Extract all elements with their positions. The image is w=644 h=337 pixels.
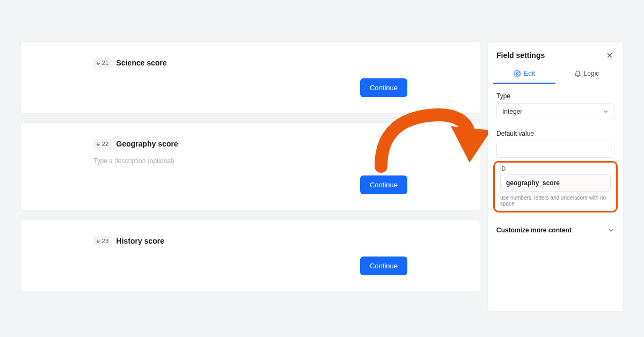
field-number-badge: # 23 — [93, 236, 112, 246]
continue-button[interactable]: Continue — [360, 175, 407, 194]
close-button[interactable] — [605, 50, 614, 60]
tab-edit-label: Edit — [524, 70, 535, 77]
continue-button[interactable]: Continue — [360, 257, 407, 275]
field-title: Geography score — [116, 140, 178, 148]
gear-icon — [514, 70, 521, 77]
tab-logic[interactable]: Logic — [555, 65, 618, 84]
default-value-input[interactable] — [496, 141, 614, 158]
id-input[interactable] — [500, 174, 611, 192]
id-label: ID — [500, 166, 611, 172]
bell-icon — [574, 70, 581, 77]
field-description-placeholder[interactable]: Type a description (optional) — [37, 157, 464, 165]
form-card: # 21 Science score Continue — [21, 42, 480, 113]
id-hint: use numbers, letters and underscore with… — [500, 195, 611, 207]
tab-logic-label: Logic — [584, 70, 599, 77]
svg-point-3 — [516, 72, 518, 75]
panel-title: Field settings — [496, 51, 545, 60]
form-card: # 22 Geography score Type a description … — [21, 123, 480, 210]
accordion-label: Customize more content — [496, 226, 572, 234]
field-number-badge: # 22 — [93, 139, 112, 149]
customize-more-accordion[interactable]: Customize more content — [488, 219, 623, 241]
field-number-badge: # 21 — [93, 58, 112, 68]
type-select[interactable]: Integer — [496, 103, 614, 120]
form-card: # 23 History score Continue — [21, 220, 480, 291]
continue-button[interactable]: Continue — [360, 78, 407, 97]
close-icon — [606, 52, 613, 59]
default-value-label: Default value — [496, 130, 614, 137]
id-section-highlight: ID use numbers, letters and underscore w… — [493, 161, 618, 213]
field-title: Science score — [116, 58, 167, 67]
chevron-down-icon — [608, 227, 614, 234]
tab-edit[interactable]: Edit — [493, 65, 555, 84]
type-label: Type — [496, 92, 614, 100]
field-title: History score — [116, 237, 164, 245]
field-settings-panel: Field settings Edit Logic Type Integer D… — [488, 42, 623, 311]
